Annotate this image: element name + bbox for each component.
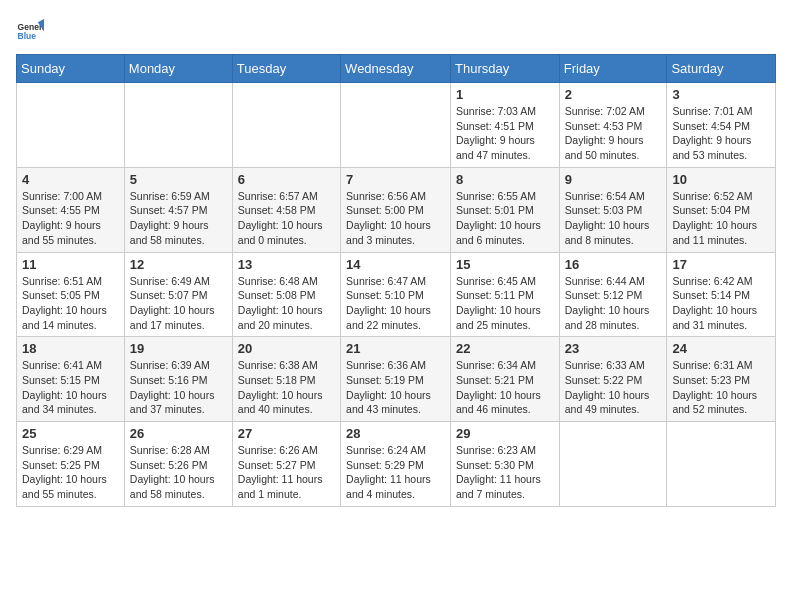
day-info: Sunrise: 7:03 AMSunset: 4:51 PMDaylight:… — [456, 104, 554, 163]
week-row-5: 25Sunrise: 6:29 AMSunset: 5:25 PMDayligh… — [17, 422, 776, 507]
calendar-cell: 28Sunrise: 6:24 AMSunset: 5:29 PMDayligh… — [341, 422, 451, 507]
day-number: 24 — [672, 341, 770, 356]
day-number: 17 — [672, 257, 770, 272]
calendar-cell: 7Sunrise: 6:56 AMSunset: 5:00 PMDaylight… — [341, 167, 451, 252]
calendar-cell: 8Sunrise: 6:55 AMSunset: 5:01 PMDaylight… — [451, 167, 560, 252]
day-info: Sunrise: 6:48 AMSunset: 5:08 PMDaylight:… — [238, 274, 335, 333]
week-row-3: 11Sunrise: 6:51 AMSunset: 5:05 PMDayligh… — [17, 252, 776, 337]
day-info: Sunrise: 6:39 AMSunset: 5:16 PMDaylight:… — [130, 358, 227, 417]
day-number: 15 — [456, 257, 554, 272]
day-number: 28 — [346, 426, 445, 441]
day-info: Sunrise: 6:56 AMSunset: 5:00 PMDaylight:… — [346, 189, 445, 248]
day-number: 1 — [456, 87, 554, 102]
calendar-cell: 1Sunrise: 7:03 AMSunset: 4:51 PMDaylight… — [451, 83, 560, 168]
day-info: Sunrise: 6:28 AMSunset: 5:26 PMDaylight:… — [130, 443, 227, 502]
day-info: Sunrise: 6:23 AMSunset: 5:30 PMDaylight:… — [456, 443, 554, 502]
calendar-cell — [124, 83, 232, 168]
logo-icon: General Blue — [16, 16, 44, 44]
calendar-cell — [341, 83, 451, 168]
day-number: 26 — [130, 426, 227, 441]
calendar-cell: 20Sunrise: 6:38 AMSunset: 5:18 PMDayligh… — [232, 337, 340, 422]
calendar-cell: 14Sunrise: 6:47 AMSunset: 5:10 PMDayligh… — [341, 252, 451, 337]
day-number: 20 — [238, 341, 335, 356]
day-number: 23 — [565, 341, 662, 356]
day-info: Sunrise: 6:38 AMSunset: 5:18 PMDaylight:… — [238, 358, 335, 417]
calendar-table: SundayMondayTuesdayWednesdayThursdayFrid… — [16, 54, 776, 507]
day-number: 27 — [238, 426, 335, 441]
calendar-cell: 19Sunrise: 6:39 AMSunset: 5:16 PMDayligh… — [124, 337, 232, 422]
calendar-cell: 12Sunrise: 6:49 AMSunset: 5:07 PMDayligh… — [124, 252, 232, 337]
day-number: 12 — [130, 257, 227, 272]
col-header-sunday: Sunday — [17, 55, 125, 83]
day-number: 21 — [346, 341, 445, 356]
day-info: Sunrise: 6:41 AMSunset: 5:15 PMDaylight:… — [22, 358, 119, 417]
calendar-cell: 17Sunrise: 6:42 AMSunset: 5:14 PMDayligh… — [667, 252, 776, 337]
calendar-cell: 3Sunrise: 7:01 AMSunset: 4:54 PMDaylight… — [667, 83, 776, 168]
day-number: 13 — [238, 257, 335, 272]
calendar-cell — [667, 422, 776, 507]
col-header-tuesday: Tuesday — [232, 55, 340, 83]
calendar-cell: 5Sunrise: 6:59 AMSunset: 4:57 PMDaylight… — [124, 167, 232, 252]
day-info: Sunrise: 6:52 AMSunset: 5:04 PMDaylight:… — [672, 189, 770, 248]
calendar-cell: 6Sunrise: 6:57 AMSunset: 4:58 PMDaylight… — [232, 167, 340, 252]
logo: General Blue — [16, 16, 44, 44]
calendar-cell: 2Sunrise: 7:02 AMSunset: 4:53 PMDaylight… — [559, 83, 667, 168]
day-number: 25 — [22, 426, 119, 441]
calendar-cell: 15Sunrise: 6:45 AMSunset: 5:11 PMDayligh… — [451, 252, 560, 337]
calendar-cell — [17, 83, 125, 168]
day-number: 2 — [565, 87, 662, 102]
calendar-cell: 27Sunrise: 6:26 AMSunset: 5:27 PMDayligh… — [232, 422, 340, 507]
header-row: SundayMondayTuesdayWednesdayThursdayFrid… — [17, 55, 776, 83]
week-row-2: 4Sunrise: 7:00 AMSunset: 4:55 PMDaylight… — [17, 167, 776, 252]
calendar-cell: 13Sunrise: 6:48 AMSunset: 5:08 PMDayligh… — [232, 252, 340, 337]
day-info: Sunrise: 6:31 AMSunset: 5:23 PMDaylight:… — [672, 358, 770, 417]
calendar-cell — [559, 422, 667, 507]
col-header-friday: Friday — [559, 55, 667, 83]
day-info: Sunrise: 7:02 AMSunset: 4:53 PMDaylight:… — [565, 104, 662, 163]
day-info: Sunrise: 6:47 AMSunset: 5:10 PMDaylight:… — [346, 274, 445, 333]
calendar-cell: 22Sunrise: 6:34 AMSunset: 5:21 PMDayligh… — [451, 337, 560, 422]
day-info: Sunrise: 6:29 AMSunset: 5:25 PMDaylight:… — [22, 443, 119, 502]
day-info: Sunrise: 7:01 AMSunset: 4:54 PMDaylight:… — [672, 104, 770, 163]
day-info: Sunrise: 6:51 AMSunset: 5:05 PMDaylight:… — [22, 274, 119, 333]
day-number: 18 — [22, 341, 119, 356]
calendar-cell: 11Sunrise: 6:51 AMSunset: 5:05 PMDayligh… — [17, 252, 125, 337]
day-number: 6 — [238, 172, 335, 187]
calendar-cell: 21Sunrise: 6:36 AMSunset: 5:19 PMDayligh… — [341, 337, 451, 422]
week-row-1: 1Sunrise: 7:03 AMSunset: 4:51 PMDaylight… — [17, 83, 776, 168]
calendar-cell: 18Sunrise: 6:41 AMSunset: 5:15 PMDayligh… — [17, 337, 125, 422]
calendar-cell: 23Sunrise: 6:33 AMSunset: 5:22 PMDayligh… — [559, 337, 667, 422]
day-info: Sunrise: 6:49 AMSunset: 5:07 PMDaylight:… — [130, 274, 227, 333]
day-info: Sunrise: 7:00 AMSunset: 4:55 PMDaylight:… — [22, 189, 119, 248]
day-number: 29 — [456, 426, 554, 441]
day-number: 9 — [565, 172, 662, 187]
day-info: Sunrise: 6:59 AMSunset: 4:57 PMDaylight:… — [130, 189, 227, 248]
day-info: Sunrise: 6:45 AMSunset: 5:11 PMDaylight:… — [456, 274, 554, 333]
day-info: Sunrise: 6:33 AMSunset: 5:22 PMDaylight:… — [565, 358, 662, 417]
calendar-cell: 29Sunrise: 6:23 AMSunset: 5:30 PMDayligh… — [451, 422, 560, 507]
calendar-cell: 10Sunrise: 6:52 AMSunset: 5:04 PMDayligh… — [667, 167, 776, 252]
day-info: Sunrise: 6:34 AMSunset: 5:21 PMDaylight:… — [456, 358, 554, 417]
calendar-cell: 25Sunrise: 6:29 AMSunset: 5:25 PMDayligh… — [17, 422, 125, 507]
day-number: 10 — [672, 172, 770, 187]
day-number: 22 — [456, 341, 554, 356]
day-number: 19 — [130, 341, 227, 356]
calendar-cell: 4Sunrise: 7:00 AMSunset: 4:55 PMDaylight… — [17, 167, 125, 252]
day-number: 5 — [130, 172, 227, 187]
calendar-cell — [232, 83, 340, 168]
day-number: 11 — [22, 257, 119, 272]
col-header-thursday: Thursday — [451, 55, 560, 83]
day-number: 14 — [346, 257, 445, 272]
day-number: 16 — [565, 257, 662, 272]
day-info: Sunrise: 6:24 AMSunset: 5:29 PMDaylight:… — [346, 443, 445, 502]
day-info: Sunrise: 6:44 AMSunset: 5:12 PMDaylight:… — [565, 274, 662, 333]
day-info: Sunrise: 6:55 AMSunset: 5:01 PMDaylight:… — [456, 189, 554, 248]
day-number: 7 — [346, 172, 445, 187]
col-header-saturday: Saturday — [667, 55, 776, 83]
day-info: Sunrise: 6:42 AMSunset: 5:14 PMDaylight:… — [672, 274, 770, 333]
col-header-monday: Monday — [124, 55, 232, 83]
calendar-cell: 9Sunrise: 6:54 AMSunset: 5:03 PMDaylight… — [559, 167, 667, 252]
svg-text:Blue: Blue — [18, 31, 37, 41]
col-header-wednesday: Wednesday — [341, 55, 451, 83]
day-number: 4 — [22, 172, 119, 187]
